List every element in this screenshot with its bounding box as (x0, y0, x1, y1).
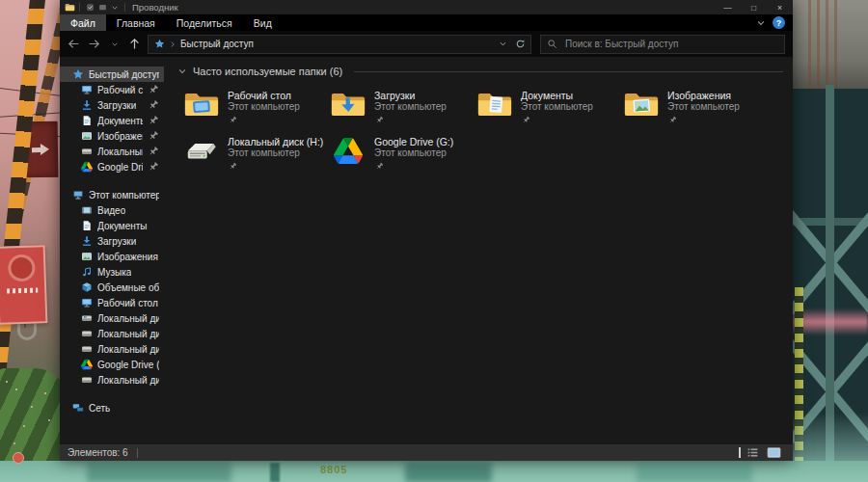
tile-location: Этот компьютер (374, 147, 453, 159)
arrow-left-icon (68, 38, 80, 50)
folder-tile[interactable]: Локальный диск (H:)Этот компьютер (183, 136, 330, 171)
wallpaper-blur-shape (637, 463, 752, 482)
search-box[interactable] (540, 35, 785, 54)
pin-icon (229, 162, 237, 171)
wallpaper-pink-glow (793, 308, 868, 335)
sidebar-item[interactable]: Музыка (60, 264, 164, 280)
maximize-button[interactable]: □ (741, 0, 767, 14)
cube-icon (81, 281, 93, 293)
sidebar-item[interactable]: Локальный диск (C (60, 310, 164, 326)
sidebar-item[interactable]: Этот компьютер (60, 187, 164, 202)
breadcrumb[interactable]: Быстрый доступ (180, 39, 254, 49)
address-dropdown-button[interactable] (494, 36, 511, 53)
gdrive-icon (330, 136, 366, 166)
sidebar-item[interactable]: Видео (60, 202, 164, 218)
minimize-button[interactable]: — (715, 0, 741, 14)
recent-locations-button[interactable] (104, 35, 124, 54)
properties-icon[interactable] (86, 3, 95, 12)
new-folder-icon[interactable] (98, 3, 107, 12)
tile-text: Локальный диск (H:)Этот компьютер (228, 136, 323, 171)
ribbon-tab-home[interactable]: Главная (106, 14, 166, 31)
sidebar-item[interactable]: Документы (60, 218, 164, 233)
sidebar-item-label: Сеть (89, 403, 110, 414)
tile-location: Этот компьютер (521, 101, 593, 113)
up-button[interactable] (124, 35, 145, 54)
pin-icon (148, 130, 159, 142)
sidebar-item[interactable]: Google Drive (G:) (60, 357, 164, 372)
frequent-folders-grid: Рабочий столЭтот компьютерЗагрузкиЭтот к… (177, 90, 783, 171)
pin-icon (148, 146, 159, 157)
sidebar-item[interactable]: Сеть (60, 400, 164, 415)
group-header: Часто используемые папки (6) (177, 66, 783, 77)
help-icon[interactable]: ? (773, 16, 785, 29)
sidebar-item[interactable]: Локальный диск (H (60, 372, 164, 388)
sidebar-item[interactable]: Рабочий стол (60, 82, 164, 97)
wallpaper-rust-streaks (808, 0, 837, 89)
sidebar-item-label: Рабочий стол (97, 298, 158, 308)
sidebar-item[interactable]: Объемные объект (60, 280, 164, 295)
folder-tile[interactable]: ЗагрузкиЭтот компьютер (330, 90, 476, 124)
address-bar-buttons (494, 36, 529, 53)
arrow-up-icon (128, 38, 141, 50)
wallpaper-petals (6, 381, 8, 383)
wallpaper-red-lamp (13, 452, 24, 464)
wallpaper-blur-shape (405, 463, 492, 482)
desktop-icon (81, 297, 93, 308)
disk-icon (81, 343, 93, 355)
arrow-right-icon (88, 38, 100, 50)
navigation-pane: Быстрый доступРабочий столЗагрузкиДокуме… (60, 57, 164, 444)
search-input[interactable] (563, 38, 784, 50)
sidebar-item[interactable]: Локальный дис (60, 144, 164, 159)
address-bar[interactable]: Быстрый доступ (148, 35, 531, 54)
sidebar-item[interactable]: Рабочий стол (60, 295, 164, 310)
sidebar-item[interactable]: Быстрый доступ (60, 67, 164, 82)
window-body: Быстрый доступРабочий столЗагрузкиДокуме… (60, 57, 793, 444)
refresh-button[interactable] (511, 36, 529, 53)
address-bar-row: Быстрый доступ (60, 31, 793, 57)
forward-button[interactable] (84, 35, 104, 54)
thumbnails-view-icon[interactable] (767, 446, 781, 459)
sidebar-item[interactable]: Изображения (60, 128, 164, 144)
close-button[interactable]: × (767, 0, 793, 14)
pin-icon (375, 162, 384, 171)
details-view-icon[interactable] (746, 446, 759, 459)
ribbon-tab-bar: ФайлГлавнаяПоделитьсяВид ? (60, 14, 793, 31)
picture-icon (81, 130, 93, 142)
quick-access-toolbar-chevron-icon[interactable] (111, 4, 119, 12)
disk-win-icon (81, 312, 93, 324)
pin-icon (148, 84, 159, 95)
sidebar-item-label: Загрузки (97, 236, 136, 247)
folder-tile[interactable]: ДокументыЭтот компьютер (476, 90, 623, 124)
window-controls: — □ × (715, 0, 793, 14)
ribbon-tab-view[interactable]: Вид (243, 14, 283, 31)
sidebar-item[interactable]: Загрузки (60, 97, 164, 113)
drive-icon (183, 136, 220, 166)
sidebar-section-this-pc: Этот компьютерВидеоДокументыЗагрузкиИзоб… (60, 187, 164, 388)
ribbon-tab-share[interactable]: Поделиться (166, 14, 243, 31)
sidebar-item[interactable]: Локальный диск (E (60, 341, 164, 357)
folder-tile[interactable]: Рабочий столЭтот компьютер (183, 90, 330, 124)
sidebar-item-label: Рабочий стол (97, 85, 143, 95)
wallpaper-green-mound (0, 368, 60, 461)
sidebar-item[interactable]: Документы (60, 113, 164, 128)
quick-access-star-icon (154, 39, 165, 49)
sidebar-item[interactable]: Загрузки (60, 233, 164, 249)
sidebar-item[interactable]: Изображения (60, 249, 164, 264)
sidebar-item[interactable]: Google Drive (G: (60, 159, 164, 174)
collapse-group-chevron-icon[interactable] (177, 67, 187, 76)
status-bar: Элементов: 6 (60, 444, 793, 461)
sidebar-item[interactable]: Локальный диск (D (60, 326, 164, 341)
folder-tile[interactable]: ИзображенияЭтот компьютер (623, 90, 770, 124)
download-icon (81, 235, 93, 247)
arrow-right-icon (31, 144, 48, 155)
folder-tile[interactable]: Google Drive (G:)Этот компьютер (330, 136, 476, 171)
wallpaper-graffiti: 8805 (320, 464, 347, 475)
tile-text: ЗагрузкиЭтот компьютер (374, 90, 447, 124)
pin-icon (148, 99, 159, 111)
expand-ribbon-chevron-icon[interactable] (756, 18, 766, 28)
ribbon-tab-file[interactable]: Файл (60, 14, 106, 31)
tile-text: ИзображенияЭтот компьютер (667, 90, 740, 124)
video-icon (81, 204, 93, 216)
wallpaper-bottom-scene: 8805 (0, 461, 868, 482)
back-button[interactable] (64, 35, 84, 54)
